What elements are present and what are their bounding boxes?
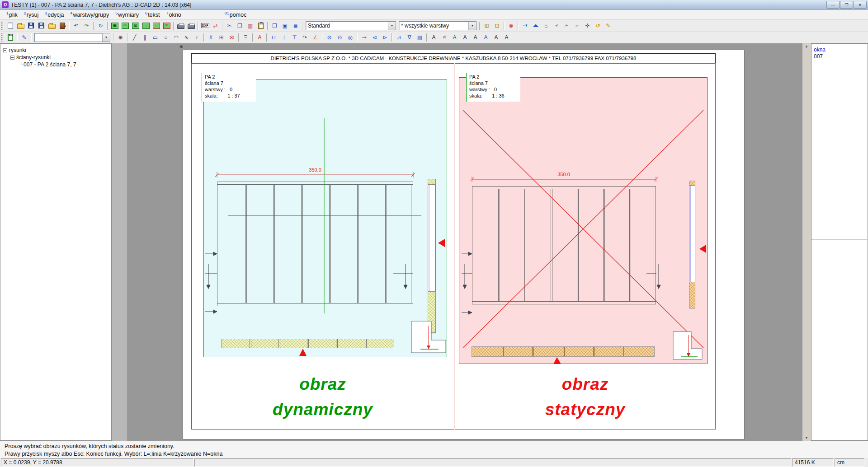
open-folder-icon[interactable] [16,21,25,30]
toolbar-grip[interactable] [1,33,3,42]
chevron-down-icon[interactable]: ▼ [388,22,396,30]
layer-stack-icon[interactable]: ≣ [291,21,300,30]
copy-attributes-icon[interactable]: ▥ [245,21,255,30]
trim-icon[interactable]: −∕ [552,21,561,30]
maximize-button[interactable]: ❐ [840,1,853,9]
zoom-width-icon[interactable]: ↔ [141,21,151,30]
menu-rysuj[interactable]: 2rysuj [24,10,38,19]
dxf-export-icon[interactable]: DXF [200,21,210,30]
menu-tekst[interactable]: 6tekst [145,10,160,19]
paste-contour-icon[interactable] [5,33,15,42]
dim-vertical-icon[interactable]: ⊥ [279,33,289,42]
dim-horizontal-icon[interactable]: ⊔ [269,33,278,42]
extend-icon[interactable]: ∕− [562,21,571,30]
freehand-icon[interactable]: ≀ [192,33,202,42]
dim-fence-delete-icon[interactable]: ⊠ [227,33,236,42]
window-split-icon[interactable]: ❐ [270,21,279,30]
layer-edit-icon[interactable]: ⊡ [492,21,502,30]
window-zoom-icon[interactable]: ▣ [280,21,290,30]
chevron-down-icon[interactable]: ▼ [468,22,476,30]
dim-fence-icon[interactable]: # [206,33,216,42]
rectangle-icon[interactable]: ▭ [151,33,160,42]
windows-panel-item[interactable]: 007 [811,53,868,60]
layer-filter-combo[interactable]: * wszystkie warstwy▼ [399,21,476,30]
menu-warstwy-grupy[interactable]: 4warstwy/grupy [70,10,109,19]
note-text-icon[interactable]: A [255,33,264,42]
panel-splitter[interactable] [111,43,127,441]
redraw-icon[interactable]: ↻ [96,21,105,30]
menu-wymiary[interactable]: 5wymiary [115,10,139,19]
circle-icon[interactable]: ○ [161,33,170,42]
grade-symbol-icon[interactable]: ∇ [405,33,414,42]
dim-arc-icon[interactable]: ↷ [300,33,310,42]
zoom-all-icon[interactable]: ∞ [120,21,130,30]
marker-left-icon[interactable]: ⊲ [370,33,379,42]
redo-icon[interactable]: ↷ [82,21,91,30]
text-align-icon[interactable]: A [502,33,511,42]
static-drawing-area[interactable]: 350.0 [459,77,708,364]
dim-aligned-icon[interactable]: ⊤ [290,33,299,42]
text-move-icon[interactable]: A [491,33,501,42]
menu-okno[interactable]: 7okno [166,10,181,19]
arc-icon[interactable]: ◠ [171,33,181,42]
tree-item-007-pa-2-ciana-7-7[interactable]: └007 - PA 2 ściana 7, 7 [3,61,111,68]
copy-multiple-icon[interactable]: ∘∗ [520,21,530,30]
import-drawing-icon[interactable] [47,21,57,30]
zoom-previous-icon[interactable]: ↔ [151,21,161,30]
text-insert-icon[interactable]: A [429,33,439,42]
text-angle-icon[interactable]: A′ [439,33,449,42]
parallel-line-icon[interactable]: ∥ [140,33,150,42]
exit-door-icon[interactable] [57,21,67,30]
drawing-viewport[interactable]: ◉ DIETRICH'S POLSKA SP Z O.O. * 3D CAD/C… [127,43,802,441]
text-height-icon[interactable]: A [450,33,459,42]
sketch-icon[interactable]: ✎ [19,33,29,42]
move-icon[interactable]: ✛ [583,21,592,30]
circle-axes-icon[interactable]: ⊘ [325,33,334,42]
text-edit-icon[interactable]: A [471,33,480,42]
print-setup-icon[interactable] [186,21,196,30]
toolbar-grip[interactable] [1,22,3,30]
corner-join-icon[interactable]: ⌐ [572,21,582,30]
vertical-scrollbar[interactable] [802,43,811,441]
hatch-icon[interactable]: ▨ [415,33,425,42]
zoom-section-icon[interactable]: ⊡ [131,21,140,30]
text-width-icon[interactable]: A [460,33,470,42]
undo-icon[interactable]: ↶ [71,21,81,30]
spline-icon[interactable]: ∿ [182,33,191,42]
dynamic-drawing-area[interactable]: 350.0 [203,79,447,357]
menu-pomoc[interactable]: 01pomoc [225,10,247,19]
tree-collapse-icon[interactable] [10,56,14,60]
print-icon[interactable] [176,21,185,30]
line-icon[interactable]: ╱ [130,33,139,42]
copy-icon[interactable]: ❐ [235,21,245,30]
dim-angle-icon[interactable]: ∠ [311,33,320,42]
close-button[interactable]: ✕ [854,1,867,9]
leader-icon[interactable]: ⇀ [359,33,369,42]
layer-raise-icon[interactable]: ⊞ [482,21,491,30]
menu-edycja[interactable]: 3edycja [45,10,64,19]
text-font-icon[interactable]: A [481,33,491,42]
minimize-button[interactable]: — [826,1,840,9]
element-combo[interactable]: ▼ [34,33,110,42]
style-combo[interactable]: Standard▼ [306,21,396,30]
circle-center-icon[interactable]: ⊙ [335,33,344,42]
menu-plik[interactable]: 1plik [6,10,18,19]
dim-fence-edit-icon[interactable]: ⊞ [217,33,226,42]
slope-symbol-icon[interactable]: ⊿ [394,33,404,42]
new-file-icon[interactable] [5,21,15,30]
save-as-icon[interactable] [37,21,46,30]
tree-item-rysunki[interactable]: rysunki [3,47,111,54]
save-icon[interactable] [26,21,36,30]
delete-element-icon[interactable]: ⊗ [506,21,516,30]
cut-icon[interactable]: ✂ [225,21,234,30]
dim-auto-icon[interactable]: Ξ [241,33,250,42]
zoom-off-icon[interactable]: ✕ [162,21,171,30]
zoom-window-icon[interactable]: ▣ [110,21,119,30]
chevron-down-icon[interactable]: ▼ [102,33,110,42]
dxf-convert-icon[interactable]: ⇄ [211,21,220,30]
circle-reference-icon[interactable]: ◎ [345,33,355,42]
contour-icon[interactable]: ⌂ [541,21,551,30]
edit-pencil-icon[interactable]: ✎ [604,21,613,30]
marker-right-icon[interactable]: ⊳ [380,33,390,42]
paste-icon[interactable] [256,21,265,30]
